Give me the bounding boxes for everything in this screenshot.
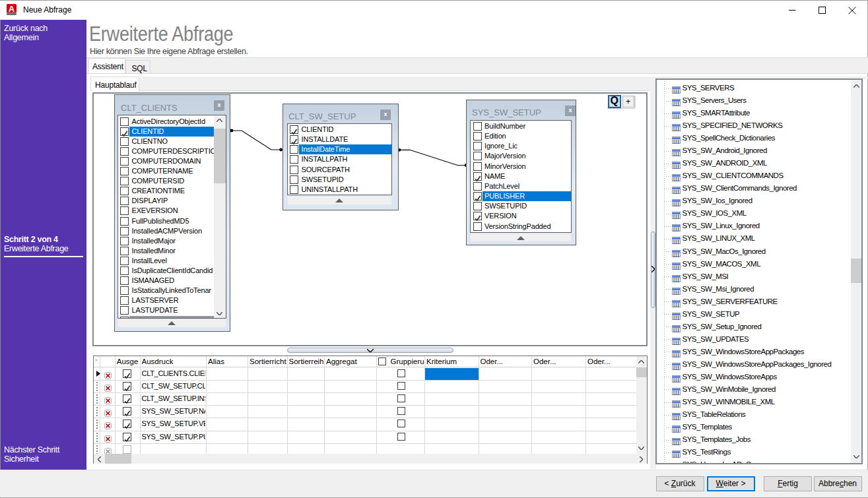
svg-text:A: A	[9, 4, 15, 14]
